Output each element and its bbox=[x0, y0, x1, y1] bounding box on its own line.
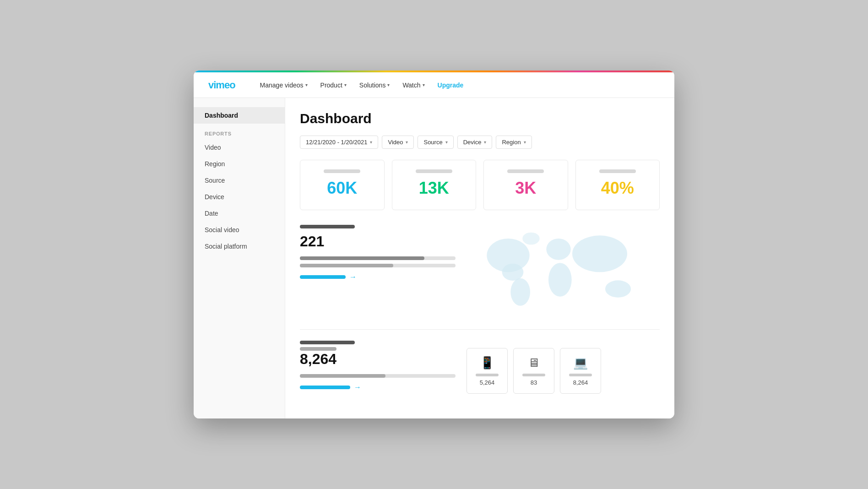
chart-arrow-row-device: → bbox=[300, 383, 456, 391]
svg-point-1 bbox=[502, 264, 524, 281]
bottom-section: 8,264 → 📱 5,2 bbox=[300, 341, 660, 394]
bar-item-1 bbox=[300, 256, 456, 260]
source-chart: 221 → bbox=[300, 225, 456, 318]
bar-fill bbox=[300, 264, 393, 267]
filter-date-range[interactable]: 12/21/2020 - 1/20/2021 ▾ bbox=[300, 136, 378, 149]
sidebar-item-video[interactable]: Video bbox=[194, 139, 285, 156]
device-chart: 8,264 → bbox=[300, 341, 456, 394]
device-card-mobile: 📱 5,264 bbox=[467, 348, 508, 394]
nav-items: Manage videos ▾ Product ▾ Solutions ▾ Wa… bbox=[254, 72, 470, 98]
stat-label-bar bbox=[507, 169, 544, 173]
bar-bg bbox=[300, 264, 456, 267]
arrow-right-icon[interactable]: → bbox=[349, 273, 357, 281]
stat-value-loads: 13K bbox=[419, 179, 449, 198]
sidebar: Dashboard REPORTS Video Region Source De… bbox=[194, 98, 285, 418]
nav-item-manage-videos[interactable]: Manage videos ▾ bbox=[254, 72, 314, 98]
nav-item-solutions[interactable]: Solutions ▾ bbox=[353, 72, 396, 98]
stat-value-plays: 60K bbox=[327, 179, 357, 198]
stat-card-plays: 60K bbox=[300, 160, 385, 210]
svg-point-3 bbox=[546, 239, 570, 260]
device-label-bar bbox=[569, 374, 592, 376]
chevron-down-icon: ▾ bbox=[423, 82, 425, 87]
sidebar-item-date[interactable]: Date bbox=[194, 205, 285, 222]
chevron-down-icon: ▾ bbox=[445, 140, 448, 145]
chevron-down-icon: ▾ bbox=[406, 140, 408, 145]
device-label-bar bbox=[522, 374, 545, 376]
device-value-mobile: 5,264 bbox=[480, 379, 495, 386]
source-chart-value: 221 bbox=[300, 233, 456, 250]
chevron-down-icon: ▾ bbox=[370, 140, 372, 145]
chevron-down-icon: ▾ bbox=[524, 140, 526, 145]
bar-bg bbox=[300, 256, 456, 260]
bar-bg bbox=[300, 374, 456, 378]
svg-point-6 bbox=[605, 280, 631, 297]
chevron-down-icon: ▾ bbox=[387, 82, 390, 87]
filter-video[interactable]: Video ▾ bbox=[382, 136, 414, 149]
stat-value-likes: 3K bbox=[515, 179, 536, 198]
device-card-tablet: 🖥 83 bbox=[513, 348, 554, 394]
sidebar-item-source[interactable]: Source bbox=[194, 172, 285, 189]
vimeo-logo: vimeo bbox=[208, 79, 235, 91]
chart-arrow-bar bbox=[300, 386, 350, 389]
device-value-tablet: 83 bbox=[531, 379, 537, 386]
main-content: Dashboard 12/21/2020 - 1/20/2021 ▾ Video… bbox=[285, 98, 674, 418]
filter-device[interactable]: Device ▾ bbox=[457, 136, 493, 149]
svg-point-5 bbox=[572, 235, 627, 272]
sidebar-item-dashboard[interactable]: Dashboard bbox=[194, 107, 285, 124]
stat-label-bar bbox=[416, 169, 452, 173]
nav-item-product[interactable]: Product ▾ bbox=[314, 72, 353, 98]
sidebar-item-social-platform[interactable]: Social platform bbox=[194, 238, 285, 255]
stat-card-loads: 13K bbox=[392, 160, 477, 210]
sidebar-item-social-video[interactable]: Social video bbox=[194, 222, 285, 238]
stat-label-bar bbox=[599, 169, 636, 173]
device-card-desktop: 💻 8,264 bbox=[560, 348, 601, 394]
bar-fill bbox=[300, 374, 385, 378]
bar-item-2 bbox=[300, 264, 456, 267]
nav-item-watch[interactable]: Watch ▾ bbox=[396, 72, 431, 98]
page-title: Dashboard bbox=[300, 111, 660, 126]
filter-region[interactable]: Region ▾ bbox=[496, 136, 532, 149]
screen-wrapper: vimeo Manage videos ▾ Product ▾ Solution… bbox=[194, 71, 674, 418]
chevron-down-icon: ▾ bbox=[484, 140, 486, 145]
filter-source[interactable]: Source ▾ bbox=[418, 136, 453, 149]
map-area bbox=[467, 225, 660, 318]
chevron-down-icon: ▾ bbox=[344, 82, 347, 87]
mobile-icon: 📱 bbox=[480, 356, 494, 370]
svg-point-4 bbox=[548, 263, 572, 296]
device-value-desktop: 8,264 bbox=[573, 379, 588, 386]
device-bar-1 bbox=[300, 341, 355, 344]
sidebar-item-device[interactable]: Device bbox=[194, 189, 285, 205]
desktop-icon: 💻 bbox=[573, 356, 588, 370]
nav-item-upgrade[interactable]: Upgrade bbox=[431, 72, 470, 98]
world-map bbox=[467, 225, 660, 316]
device-bar-2 bbox=[300, 347, 336, 351]
mid-section: 221 → bbox=[300, 225, 660, 330]
stat-card-likes: 3K bbox=[483, 160, 568, 210]
svg-point-7 bbox=[522, 233, 539, 245]
bar-fill bbox=[300, 256, 424, 260]
device-label-bar bbox=[476, 374, 499, 376]
chevron-down-icon: ▾ bbox=[305, 82, 308, 87]
sidebar-item-region[interactable]: Region bbox=[194, 156, 285, 172]
stats-row: 60K 13K 3K 40% bbox=[300, 160, 660, 210]
sidebar-section-reports: REPORTS bbox=[194, 124, 285, 139]
svg-point-2 bbox=[510, 278, 530, 306]
arrow-right-icon[interactable]: → bbox=[354, 383, 361, 391]
chart-arrow-row: → bbox=[300, 273, 456, 281]
filters-row: 12/21/2020 - 1/20/2021 ▾ Video ▾ Source … bbox=[300, 136, 660, 149]
tablet-icon: 🖥 bbox=[528, 356, 540, 370]
stat-label-bar bbox=[324, 169, 360, 173]
stat-card-finish: 40% bbox=[575, 160, 660, 210]
stat-value-finish: 40% bbox=[601, 179, 634, 198]
main-layout: Dashboard REPORTS Video Region Source De… bbox=[194, 98, 674, 418]
chart-arrow-bar bbox=[300, 275, 346, 279]
device-cards-row: 📱 5,264 🖥 83 💻 8,264 bbox=[467, 348, 601, 394]
device-bar-item bbox=[300, 374, 456, 378]
device-chart-value: 8,264 bbox=[300, 351, 456, 368]
chart-header-bar bbox=[300, 225, 355, 228]
top-nav: vimeo Manage videos ▾ Product ▾ Solution… bbox=[194, 72, 674, 98]
